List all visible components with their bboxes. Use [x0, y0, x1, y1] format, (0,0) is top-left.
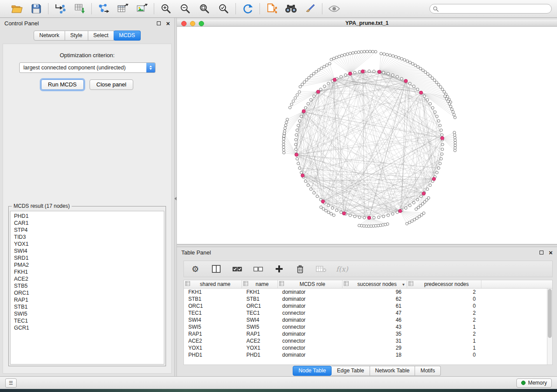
zoom-out-icon[interactable] [179, 3, 191, 15]
table-settings-gear-icon[interactable]: ⚙ [190, 264, 201, 274]
save-session-icon[interactable] [30, 3, 42, 15]
minimize-window-icon[interactable] [190, 21, 195, 26]
tab-mcds[interactable]: MCDS [114, 31, 141, 41]
result-item[interactable]: PHD1 [14, 213, 160, 220]
table-row[interactable]: ACE2ACE2connector311 [184, 337, 552, 344]
close-panel-button[interactable]: Close panel [90, 79, 134, 90]
result-item[interactable]: ACE2 [14, 275, 160, 282]
result-item[interactable]: SRD1 [14, 254, 160, 261]
tab-network[interactable]: Network [34, 31, 65, 41]
cell: 2 [407, 317, 481, 323]
delete-table-icon-disabled[interactable] [316, 264, 326, 274]
run-mcds-button[interactable]: Run MCDS [41, 79, 84, 90]
column-header-predecessor-nodes[interactable]: predecessor nodes [407, 280, 481, 288]
zoom-selected-icon[interactable] [218, 3, 230, 15]
network-canvas[interactable] [177, 27, 557, 244]
table-row[interactable]: ORC1ORC1dominator610 [184, 303, 552, 309]
tab-edge-table[interactable]: Edge Table [332, 366, 370, 376]
result-item[interactable]: CAR1 [14, 220, 160, 227]
table-row[interactable]: PHD1PHD1dominator180 [184, 351, 552, 358]
column-header-MCDS-role[interactable]: MCDS role [278, 280, 343, 288]
result-item[interactable]: STP4 [14, 227, 160, 234]
cell: 47 [343, 310, 407, 316]
deselect-all-icon[interactable] [253, 264, 263, 274]
cell: 35 [343, 331, 407, 337]
cell: PHD1 [184, 352, 242, 358]
network-graph[interactable] [177, 27, 557, 244]
import-network-icon[interactable] [54, 3, 66, 15]
result-item[interactable]: STB1 [14, 303, 160, 310]
export-image-icon[interactable] [136, 3, 148, 15]
float-window-icon[interactable] [540, 251, 543, 254]
export-table-icon[interactable] [117, 3, 129, 15]
result-item[interactable]: RAP1 [14, 296, 160, 303]
cell: connector [278, 324, 343, 330]
cell: dominator [278, 352, 343, 358]
cell: SWI4 [184, 317, 242, 323]
column-header-shared-name[interactable]: shared name [184, 280, 242, 288]
result-item[interactable]: GCR1 [14, 324, 160, 331]
create-column-plus-icon[interactable] [274, 264, 284, 274]
result-item[interactable]: TID3 [14, 234, 160, 241]
memory-button[interactable]: Memory [516, 378, 552, 388]
status-bar: ☰ Memory [0, 376, 557, 389]
close-window-icon[interactable] [181, 21, 187, 26]
splitter-collapse-icon[interactable] [174, 197, 176, 200]
result-item[interactable]: STB5 [14, 282, 160, 289]
column-header-successor-nodes[interactable]: successor nodes▾ [343, 280, 407, 288]
export-network-icon[interactable] [97, 3, 110, 15]
import-table-icon[interactable] [73, 3, 86, 15]
header-filler [481, 280, 552, 288]
tab-select[interactable]: Select [88, 31, 114, 41]
sort-table-icon [243, 281, 248, 287]
cell: FKH1 [242, 289, 278, 295]
show-columns-icon[interactable] [211, 264, 221, 274]
show-graphics-icon[interactable] [328, 3, 340, 15]
cell: 46 [343, 317, 407, 323]
function-builder-icon[interactable]: f(x) [337, 264, 347, 274]
apply-layout-icon[interactable] [242, 3, 254, 15]
table-row[interactable]: SWI4SWI4dominator462 [184, 316, 552, 323]
result-item[interactable]: FKH1 [14, 268, 160, 275]
float-window-icon[interactable] [157, 21, 161, 25]
table-row[interactable]: TEC1TEC1connector472 [184, 309, 552, 316]
close-icon[interactable]: × [549, 251, 553, 255]
task-history-button[interactable]: ☰ [5, 378, 17, 388]
result-item[interactable]: ORC1 [14, 289, 160, 296]
network-window: YPA_prune.txt_1 [177, 20, 557, 244]
optimization-criterion-dropdown[interactable]: largest connected component (undirected) [19, 62, 156, 73]
result-item[interactable]: YOX1 [14, 241, 160, 248]
open-session-icon[interactable] [11, 3, 23, 15]
result-item[interactable]: PMA2 [14, 261, 160, 268]
result-item[interactable]: SWI4 [14, 248, 160, 254]
zoom-fit-icon[interactable] [198, 3, 211, 15]
result-item[interactable]: SWI5 [14, 310, 160, 317]
tab-network-table[interactable]: Network Table [370, 366, 415, 376]
table-row[interactable]: FKH1FKH1dominator962 [184, 289, 552, 296]
zoom-in-icon[interactable] [160, 3, 172, 15]
search-box[interactable] [429, 4, 552, 14]
table-row[interactable]: STB1STB1dominator620 [184, 296, 552, 303]
close-icon[interactable]: × [166, 21, 170, 26]
delete-column-trash-icon[interactable] [295, 264, 305, 274]
table-row[interactable]: RAP1RAP1dominator352 [184, 330, 552, 337]
network-window-titlebar[interactable]: YPA_prune.txt_1 [177, 20, 557, 27]
cell: 0 [407, 352, 481, 358]
apply-style-icon[interactable] [304, 3, 316, 15]
select-all-icon[interactable] [232, 264, 242, 274]
sort-table-icon [185, 281, 190, 287]
scrollbar-thumb[interactable] [548, 289, 552, 338]
result-item[interactable]: TEC1 [14, 317, 160, 324]
tab-node-table[interactable]: Node Table [293, 366, 332, 376]
search-input[interactable] [441, 6, 548, 12]
table-scrollbar[interactable] [547, 289, 552, 364]
find-icon[interactable] [285, 3, 297, 15]
table-row[interactable]: SWI5SWI5connector431 [184, 323, 552, 330]
cell: 96 [343, 289, 407, 295]
table-row[interactable]: YOX1YOX1connector291 [184, 344, 552, 351]
tab-style[interactable]: Style [65, 31, 88, 41]
copy-share-icon[interactable] [266, 3, 278, 15]
column-header-name[interactable]: name [242, 280, 278, 288]
maximize-window-icon[interactable] [199, 21, 204, 26]
tab-motifs[interactable]: Motifs [415, 366, 440, 376]
